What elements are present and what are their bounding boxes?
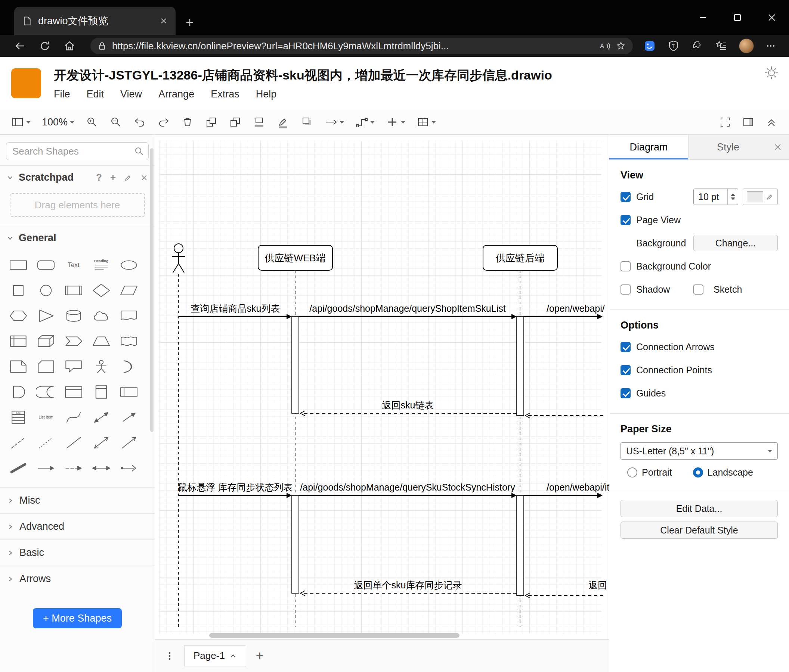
line-color-icon[interactable]: [277, 116, 289, 129]
grid-color-button[interactable]: [743, 188, 778, 205]
menu-help[interactable]: Help: [256, 89, 277, 100]
search-input[interactable]: [6, 142, 149, 160]
profile-avatar[interactable]: [739, 38, 754, 53]
menu-edit[interactable]: Edit: [87, 89, 104, 100]
shape-cylinder[interactable]: [60, 304, 88, 328]
shadow-checkbox[interactable]: [621, 285, 631, 295]
panel-close-icon[interactable]: [773, 143, 782, 151]
pages-menu-icon[interactable]: [165, 651, 174, 661]
more-shapes-button[interactable]: + More Shapes: [33, 608, 122, 628]
shape-vertical-container[interactable]: [88, 380, 115, 404]
shape-link[interactable]: [5, 456, 32, 481]
shape-line[interactable]: [60, 430, 88, 455]
shape-text[interactable]: Text: [60, 253, 88, 277]
grid-size-stepper[interactable]: [727, 189, 738, 205]
shape-directional-connector[interactable]: [115, 430, 143, 455]
menu-extras[interactable]: Extras: [211, 89, 240, 100]
scratchpad-edit-icon[interactable]: [124, 174, 132, 182]
shape-curve[interactable]: [60, 405, 88, 430]
horizontal-scrollbar[interactable]: [209, 633, 460, 638]
tab-style[interactable]: Style: [688, 135, 768, 159]
paper-size-select[interactable]: US-Letter (8,5" x 11"): [621, 443, 778, 460]
redo-icon[interactable]: [157, 116, 170, 129]
zoom-in-icon[interactable]: [86, 116, 98, 129]
undo-icon[interactable]: [133, 116, 146, 129]
zoom-select[interactable]: 100%: [42, 116, 74, 128]
insert-button[interactable]: [386, 116, 405, 129]
maximize-button[interactable]: [720, 0, 755, 35]
shape-rectangle[interactable]: [5, 253, 32, 277]
shape-parallelogram[interactable]: [115, 278, 143, 303]
to-back-icon[interactable]: [229, 116, 242, 129]
tab-diagram[interactable]: Diagram: [609, 135, 688, 159]
guides-checkbox[interactable]: [621, 388, 631, 398]
shape-document[interactable]: [115, 304, 143, 328]
fill-color-icon[interactable]: [253, 116, 266, 129]
read-aloud-icon[interactable]: A: [599, 40, 610, 51]
connection-arrows-checkbox[interactable]: [621, 342, 631, 352]
shape-trapezoid[interactable]: [88, 329, 115, 354]
edit-data-button[interactable]: Edit Data...: [621, 500, 778, 517]
shape-rounded-rectangle[interactable]: [32, 253, 60, 277]
favorite-star-icon[interactable]: [616, 41, 626, 51]
scratchpad-dropzone[interactable]: Drag elements here: [10, 193, 145, 217]
refresh-icon[interactable]: [34, 40, 55, 52]
grid-checkbox[interactable]: [621, 192, 631, 202]
shadow-icon[interactable]: [301, 116, 313, 129]
shape-process[interactable]: [60, 278, 88, 303]
shape-ellipse[interactable]: [115, 253, 143, 277]
shape-bidirectional-connector[interactable]: [88, 430, 115, 455]
general-section-header[interactable]: General: [0, 226, 155, 250]
shape-list[interactable]: List: [5, 405, 32, 430]
shape-step[interactable]: [60, 329, 88, 354]
extension-blue-icon[interactable]: [643, 40, 656, 52]
waypoints-button[interactable]: [355, 116, 375, 129]
connection-style-button[interactable]: [325, 116, 344, 129]
format-panel-toggle-icon[interactable]: [742, 116, 755, 129]
shape-data-storage[interactable]: [32, 380, 60, 404]
browser-tab[interactable]: drawio文件预览: [14, 7, 176, 35]
shape-triangle[interactable]: [32, 304, 60, 328]
shape-bidirectional-arrow[interactable]: [88, 405, 115, 430]
page-tab[interactable]: Page-1: [184, 645, 246, 666]
collapse-toolbar-icon[interactable]: [765, 116, 778, 129]
shape-internal-storage[interactable]: [5, 329, 32, 354]
shape-diamond[interactable]: [88, 278, 115, 303]
shape-tape[interactable]: [115, 329, 143, 354]
sidebar-section-advanced[interactable]: Advanced: [0, 513, 155, 540]
clear-default-style-button[interactable]: Clear Default Style: [621, 522, 778, 539]
shape-list-item[interactable]: List Item: [32, 405, 60, 430]
shape-cloud[interactable]: [88, 304, 115, 328]
scratchpad-add-icon[interactable]: +: [110, 172, 116, 183]
shape-cube[interactable]: [32, 329, 60, 354]
browser-menu-icon[interactable]: [765, 40, 776, 51]
minimize-button[interactable]: [686, 0, 720, 35]
url-field[interactable]: https://file.kkview.cn/onlinePreview?url…: [90, 38, 633, 54]
shape-connector-arrow[interactable]: [115, 456, 143, 481]
grid-size-input[interactable]: 10 pt: [693, 188, 738, 205]
shape-circle[interactable]: [32, 278, 60, 303]
tab-close-icon[interactable]: [159, 16, 168, 25]
shape-dashed-line[interactable]: [5, 430, 32, 455]
favorites-list-icon[interactable]: [715, 40, 728, 52]
to-front-icon[interactable]: [205, 116, 218, 129]
sketch-checkbox[interactable]: [693, 285, 703, 295]
scratchpad-header[interactable]: Scratchpad ? +: [0, 166, 155, 189]
shield-extension-icon[interactable]: T: [667, 40, 680, 52]
shape-dashed-arrow[interactable]: [60, 456, 88, 481]
shape-double-arrow[interactable]: [88, 456, 115, 481]
shape-square[interactable]: [5, 278, 32, 303]
close-window-button[interactable]: [755, 0, 789, 35]
zoom-out-icon[interactable]: [109, 116, 122, 129]
sidebar-section-misc[interactable]: Misc: [0, 487, 155, 513]
home-icon[interactable]: [59, 40, 80, 52]
shape-card[interactable]: [32, 354, 60, 379]
shape-and[interactable]: [5, 380, 32, 404]
shape-hexagon[interactable]: [5, 304, 32, 328]
sidebar-scrollbar[interactable]: [150, 148, 153, 432]
view-layout-button[interactable]: [11, 116, 30, 129]
sidebar-section-basic[interactable]: Basic: [0, 540, 155, 565]
shape-callout[interactable]: [60, 354, 88, 379]
extensions-puzzle-icon[interactable]: [691, 40, 704, 52]
landscape-radio[interactable]: [693, 467, 703, 478]
